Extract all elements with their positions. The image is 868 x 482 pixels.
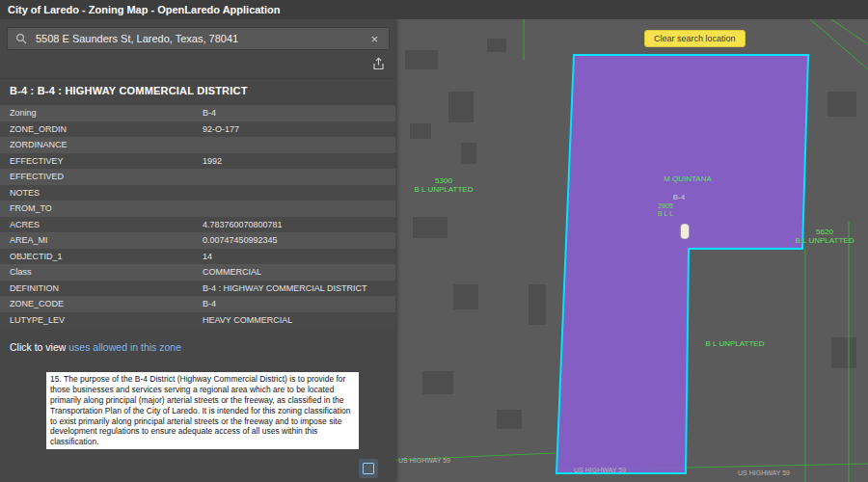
attribute-row: AREA_MI0.00747450992345 xyxy=(0,232,395,249)
attribute-label: OBJECTID_1 xyxy=(0,252,193,261)
clear-search-icon[interactable]: × xyxy=(367,33,381,45)
attribute-table: ZoningB-4ZONE_ORDIN92-O-177ZORDINANCEEFF… xyxy=(0,105,395,328)
attribute-value: B-4 xyxy=(193,299,395,308)
attribute-value: HEAVY COMMERCIAL xyxy=(193,315,395,325)
map-label: B-4 xyxy=(673,193,686,201)
attribute-value: 4.783760070800781 xyxy=(193,220,395,229)
attribute-row: ClassCOMMERCIAL xyxy=(0,264,395,281)
map-view[interactable]: 5300B L UNPLATTEDM QUINTANAB-42905B L L5… xyxy=(395,19,868,482)
attribute-label: EFFECTIVEY xyxy=(0,156,193,166)
attribute-label: Class xyxy=(0,267,193,277)
attribute-value: 1992 xyxy=(193,156,395,166)
attribute-label: EFFECTIVED xyxy=(0,172,193,181)
attribute-row: ZORDINANCE xyxy=(0,137,395,153)
attribute-label: ACRES xyxy=(0,220,193,229)
attribute-value: B-4 xyxy=(193,108,395,118)
parcel-boundary-line xyxy=(810,19,868,69)
building-footprint xyxy=(422,371,453,394)
share-button[interactable] xyxy=(371,57,386,75)
map-label: US HIGHWAY 59 xyxy=(398,457,450,464)
map-label: 2905 xyxy=(658,202,673,209)
map-label: 5620 xyxy=(816,228,833,236)
building-footprint xyxy=(413,217,448,238)
attribute-label: FROM_TO xyxy=(0,203,193,213)
attribute-label: ZONE_CODE xyxy=(0,299,193,308)
attribute-label: Zoning xyxy=(0,108,193,118)
attribute-label: AREA_MI xyxy=(0,235,193,245)
parcel-boundary-line xyxy=(831,19,868,44)
attribute-row: DEFINITIONB-4 : HIGHWAY COMMERCIAL DISTR… xyxy=(0,281,395,297)
attribute-value: 14 xyxy=(193,252,395,261)
search-bar[interactable]: × xyxy=(7,27,390,50)
map-label: US HIGHWAY 59 xyxy=(574,467,626,473)
attribute-label: LUTYPE_LEV xyxy=(0,315,193,325)
zone-description: 15. The purpose of the B-4 District (Hig… xyxy=(46,372,359,449)
building-footprint xyxy=(461,143,476,164)
attribute-row: FROM_TO xyxy=(0,201,395,217)
attribute-row: ZONE_CODEB-4 xyxy=(0,296,395,312)
location-pin-icon xyxy=(681,224,690,239)
building-footprint xyxy=(453,284,478,309)
export-icon xyxy=(371,57,386,71)
feature-title: B-4 : B-4 : HIGHWAY COMMERCIAL DISTRICT xyxy=(10,85,386,96)
overview-map-glyph xyxy=(363,463,374,474)
window-title: City of Laredo - Zoning Map - OpenLaredo… xyxy=(0,0,868,19)
building-footprint xyxy=(497,410,522,429)
attribute-label: NOTES xyxy=(0,188,193,198)
attribute-row: EFFECTIVEY1992 xyxy=(0,153,395,170)
attribute-value: 92-O-177 xyxy=(193,124,395,134)
map-label: US HIGHWAY 59 xyxy=(738,469,790,476)
results-panel: × B-4 : B-4 : HIGHWAY COMMERCIAL DISTRIC… xyxy=(0,19,395,482)
building-footprint xyxy=(487,39,506,52)
building-footprint xyxy=(410,123,431,139)
attribute-value: 0.00747450992345 xyxy=(193,235,395,245)
attribute-label: ZONE_ORDIN xyxy=(0,124,193,134)
clear-search-location-button[interactable]: Clear search location xyxy=(644,30,746,47)
uses-allowed-prefix: Click to view xyxy=(10,341,68,353)
map-label: 5300 xyxy=(435,176,452,185)
attribute-label: ZORDINANCE xyxy=(0,140,193,149)
building-footprint xyxy=(831,337,856,368)
panel-toolbar xyxy=(0,52,395,79)
attribute-value: COMMERCIAL xyxy=(193,267,395,277)
search-icon xyxy=(15,33,27,44)
search-input[interactable] xyxy=(34,32,367,45)
map-svg[interactable]: 5300B L UNPLATTEDM QUINTANAB-42905B L L5… xyxy=(395,19,868,482)
building-footprint xyxy=(529,284,546,325)
attribute-label: DEFINITION xyxy=(0,283,193,293)
building-footprint xyxy=(448,92,474,122)
attribute-value: B-4 : HIGHWAY COMMERCIAL DISTRICT xyxy=(193,283,395,293)
map-label: B L UNPLATTED xyxy=(796,236,854,245)
attribute-row: OBJECTID_114 xyxy=(0,249,395,265)
attribute-row: ACRES4.783760070800781 xyxy=(0,217,395,233)
attribute-row: ZONE_ORDIN92-O-177 xyxy=(0,121,395,138)
uses-allowed-link[interactable]: uses allowed in this zone xyxy=(68,341,181,353)
map-label: B L UNPLATTED xyxy=(706,339,765,348)
attribute-row: EFFECTIVED xyxy=(0,169,395,185)
overview-map-icon[interactable] xyxy=(359,459,378,478)
building-footprint xyxy=(405,50,438,69)
attribute-row: NOTES xyxy=(0,185,395,201)
building-footprint xyxy=(827,92,856,117)
map-label: B L L xyxy=(658,210,673,217)
uses-allowed-line: Click to view uses allowed in this zone xyxy=(10,341,181,353)
attribute-row: LUTYPE_LEVHEAVY COMMERCIAL xyxy=(0,312,395,329)
zoning-parcel-polygon[interactable] xyxy=(556,55,808,473)
attribute-row: ZoningB-4 xyxy=(0,105,395,121)
map-label: M QUINTANA xyxy=(664,174,712,183)
map-label: B L UNPLATTED xyxy=(415,185,474,194)
